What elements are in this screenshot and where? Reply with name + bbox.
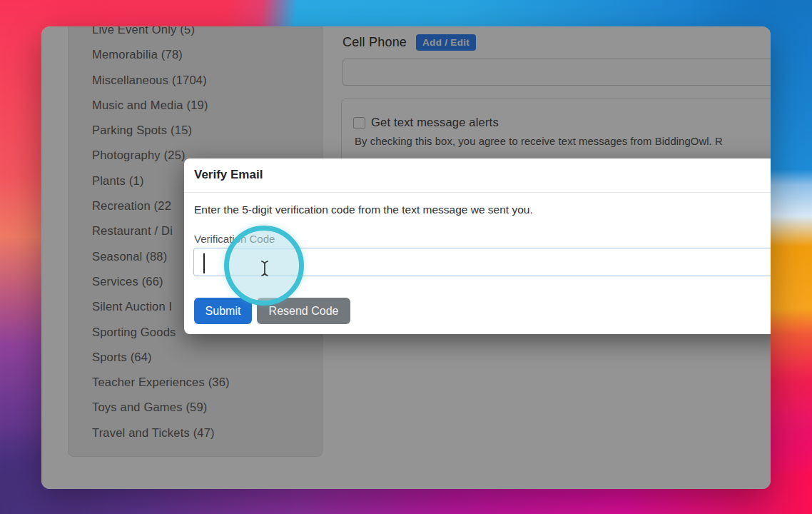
desktop: Live Event Only (5) Memorabilia (78) Mis… (0, 0, 812, 514)
modal-title: Verify Email (194, 168, 263, 182)
submit-button[interactable]: Submit (194, 298, 252, 324)
modal-header-divider (184, 192, 771, 193)
text-caret (203, 253, 205, 273)
modal-instructions: Enter the 5-digit verification code from… (194, 203, 533, 216)
text-cursor-icon (260, 260, 270, 277)
browser-window: Live Event Only (5) Memorabilia (78) Mis… (41, 26, 771, 489)
